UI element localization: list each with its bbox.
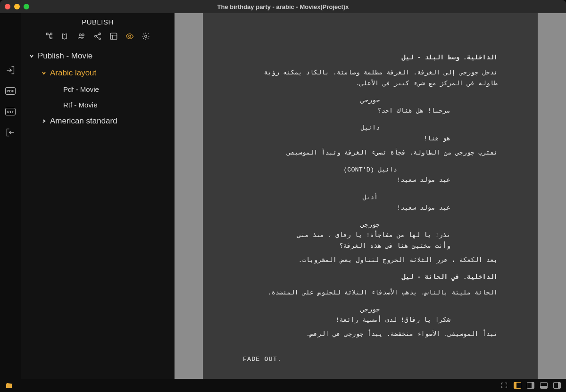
tree-label: Rtf - Movie xyxy=(63,101,98,109)
book-icon[interactable] xyxy=(61,32,70,41)
action-text: تقترب جورجي من الطاولة. فجأة تضيء الغرفة… xyxy=(243,148,498,158)
fade-out: FADE OUT. xyxy=(243,354,498,365)
sidebar-toolstrip xyxy=(21,29,175,46)
traffic-lights xyxy=(5,4,29,9)
tree-label: Publish - Movie xyxy=(38,51,92,61)
scene-heading: الداخلية. في الحانة - ليل xyxy=(243,272,498,283)
rtf-export-button[interactable]: RTF xyxy=(5,106,16,117)
statusbar xyxy=(0,379,566,392)
dialogue-text: شكرا يا رفاق! لدي أمسية رائعة! xyxy=(290,315,450,326)
left-panel-toggle[interactable] xyxy=(513,381,522,390)
character-name: أديل xyxy=(243,193,498,203)
action-text: تدخل جورجي إلى الغرفة. الغرفة مظلمة وصام… xyxy=(243,68,498,89)
maximize-window-button[interactable] xyxy=(24,4,29,9)
publish-tree: Publish - Movie Arabic layout Pdf - Movi… xyxy=(21,46,175,131)
svg-rect-8 xyxy=(110,33,117,40)
character-name: جورجي xyxy=(243,96,498,106)
import-icon[interactable] xyxy=(5,127,16,138)
right-panel-toggle[interactable] xyxy=(526,381,535,390)
users-icon[interactable] xyxy=(77,32,86,41)
publish-sidebar: PUBLISH xyxy=(21,13,175,379)
clapperboard-icon[interactable] xyxy=(5,381,13,390)
tree-item-american-standard[interactable]: American standard xyxy=(21,113,175,130)
tree-root-publish-movie[interactable]: Publish - Movie xyxy=(21,48,175,65)
character-name: دانيل xyxy=(243,123,498,133)
action-text: بعد الكعكة ، قرر الثلاثة الخروج لتناول ب… xyxy=(243,255,498,266)
tree-item-arabic-layout[interactable]: Arabic layout xyxy=(21,65,175,82)
action-text: الحانة مليئة بالناس. يذهب الأصدقاء الثلا… xyxy=(243,288,498,298)
svg-rect-0 xyxy=(46,33,48,35)
scene-heading: الداخلية. وسط البلد - ليل xyxy=(243,53,498,63)
export-icon[interactable] xyxy=(5,65,16,75)
sidebar-title: PUBLISH xyxy=(21,13,175,29)
dialogue-text: عيد مولد سعيد! xyxy=(290,175,450,186)
chevron-down-icon xyxy=(42,71,46,75)
dialogue-text: عيد مولد سعيد! xyxy=(290,203,450,213)
tree-label: American standard xyxy=(50,116,117,126)
svg-point-9 xyxy=(129,35,131,38)
minimize-window-button[interactable] xyxy=(14,4,20,9)
bottom-panel-toggle[interactable] xyxy=(540,381,548,390)
dialogue-text: مرحبا! هل هناك احد؟ xyxy=(290,106,450,116)
layout-icon[interactable] xyxy=(109,32,118,41)
window-title: The birthday party - arabic - Moviex(Pro… xyxy=(217,3,349,10)
svg-rect-1 xyxy=(50,33,52,35)
svg-point-10 xyxy=(145,35,147,38)
action-text: تبدأ الموسيقى. الأضواء منخفضة. يبدأ جورج… xyxy=(243,329,498,340)
character-name: جورجي xyxy=(243,220,498,230)
dialogue-text: نذر! يا لها من مفاجأة! يا رفاق ، منذ متى… xyxy=(290,230,450,252)
character-name: دانيل (CONT'D) xyxy=(243,165,498,175)
tree-item-pdf-movie[interactable]: Pdf - Movie xyxy=(21,82,175,97)
dialogue-text: هو هنا! xyxy=(290,134,450,144)
preview-pane: الداخلية. وسط البلد - ليل تدخل جورجي إلى… xyxy=(175,13,566,379)
tree-label: Pdf - Movie xyxy=(63,85,99,93)
chevron-right-icon xyxy=(42,119,46,123)
svg-rect-2 xyxy=(50,37,52,39)
tree-item-rtf-movie[interactable]: Rtf - Movie xyxy=(21,97,175,113)
tree-label: Arabic layout xyxy=(50,68,96,78)
screenplay-page: الداخلية. وسط البلد - ليل تدخل جورجي إلى… xyxy=(205,13,535,379)
character-name: جورجي xyxy=(243,305,498,315)
titlebar: The birthday party - arabic - Moviex(Pro… xyxy=(0,0,566,13)
share-icon[interactable] xyxy=(93,32,102,41)
fullscreen-icon[interactable] xyxy=(500,381,508,390)
left-rail: PDF RTF xyxy=(0,13,21,379)
pdf-export-button[interactable]: PDF xyxy=(5,86,16,96)
close-window-button[interactable] xyxy=(5,4,10,9)
main-area: PDF RTF PUBLISH xyxy=(0,13,566,379)
chevron-down-icon xyxy=(29,54,34,58)
eye-icon[interactable] xyxy=(125,32,134,41)
right-panel-2-toggle[interactable] xyxy=(553,381,561,390)
svg-point-3 xyxy=(79,34,82,36)
svg-point-4 xyxy=(82,34,84,36)
gear-icon[interactable] xyxy=(141,32,150,41)
tree-icon[interactable] xyxy=(45,32,54,41)
